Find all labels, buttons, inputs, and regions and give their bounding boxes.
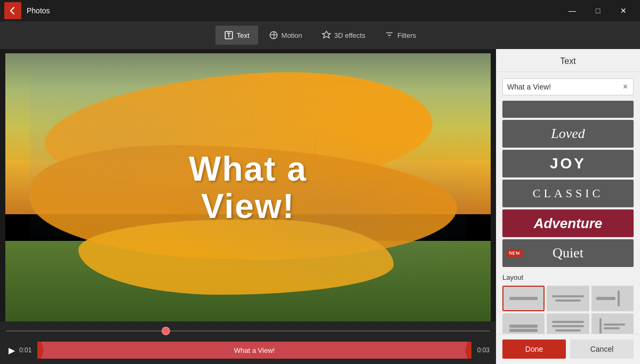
app-title: Photos: [27, 6, 560, 15]
panel-content: × Loved JOY CLASSIC: [496, 72, 640, 334]
layout-bar-3b: [618, 290, 620, 306]
style-classic-label: CLASSIC: [533, 187, 603, 200]
brush-stroke-bot: [78, 220, 394, 295]
style-joy[interactable]: JOY: [502, 150, 634, 177]
filters-tool-button[interactable]: Filters: [376, 26, 425, 45]
layout-lines-5: [552, 321, 584, 331]
layout-line-2a: [552, 295, 584, 297]
scrubber-handle[interactable]: [162, 327, 170, 335]
new-badge: NEW: [507, 249, 523, 257]
style-quiet[interactable]: NEW Quiet: [502, 239, 634, 267]
layout-section: Layout: [502, 273, 634, 334]
style-quiet-label: Quiet: [553, 245, 583, 261]
text-tool-label: Text: [237, 31, 250, 39]
maximize-button[interactable]: □: [586, 2, 610, 19]
effects-icon: [322, 30, 331, 40]
layout-title: Layout: [502, 273, 634, 281]
done-button[interactable]: Done: [502, 339, 566, 359]
text-input-row: ×: [502, 78, 634, 95]
clip-track[interactable]: What a View!: [37, 342, 471, 359]
play-button[interactable]: ▶: [6, 343, 17, 358]
style-list: Loved JOY CLASSIC Adventure NEW Quiet: [502, 101, 634, 267]
video-overlay-text: What a View!: [54, 150, 442, 225]
layout-lines-3: [596, 290, 628, 306]
close-button[interactable]: ✕: [611, 2, 636, 19]
timeline-track: ▶ 0:01 What a View! 0:03: [6, 338, 490, 362]
video-text-line1: What a: [189, 149, 307, 188]
panel-footer: Done Cancel: [496, 334, 640, 364]
clip-label: What a View!: [234, 346, 275, 354]
layout-bar-6b: [604, 323, 625, 329]
video-section: What a View! ▶ 0:01 What a View! 0:03: [0, 49, 496, 364]
style-blank[interactable]: [502, 101, 634, 118]
layout-option-1[interactable]: [502, 286, 545, 311]
effects-tool-label: 3D effects: [334, 31, 365, 39]
panel-title: Text: [496, 49, 640, 72]
motion-icon: [269, 30, 278, 40]
motion-tool-label: Motion: [282, 31, 302, 39]
style-adventure[interactable]: Adventure: [502, 209, 634, 237]
layout-lines-2: [552, 295, 584, 302]
layout-line-5c: [555, 329, 581, 331]
timeline-scrubber[interactable]: [6, 326, 490, 336]
effects-tool-button[interactable]: 3D effects: [313, 26, 374, 45]
main-area: What a View! ▶ 0:01 What a View! 0:03: [0, 49, 640, 364]
motion-tool-button[interactable]: Motion: [260, 26, 311, 45]
layout-group-6: [599, 318, 625, 334]
layout-line-2b: [555, 300, 581, 302]
time-start: 0:01: [19, 346, 35, 354]
cancel-button[interactable]: Cancel: [570, 339, 634, 359]
time-end: 0:03: [474, 346, 490, 354]
layout-bar-1: [509, 297, 538, 300]
layout-line-5a: [552, 321, 584, 323]
back-icon: [9, 6, 17, 15]
video-text-line2: View!: [201, 187, 295, 225]
layout-option-6[interactable]: [591, 313, 634, 334]
layout-option-2[interactable]: [547, 286, 589, 311]
title-bar: Photos — □ ✕: [0, 0, 640, 21]
text-clear-button[interactable]: ×: [622, 82, 629, 92]
layout-bar-3a: [596, 297, 615, 300]
style-loved-label: Loved: [551, 126, 585, 142]
layout-bar-6a: [599, 318, 602, 334]
layout-option-3[interactable]: [591, 286, 634, 311]
timeline-area: ▶ 0:01 What a View! 0:03: [0, 321, 496, 364]
right-panel: Text × Loved JOY: [496, 49, 640, 364]
video-canvas: What a View!: [5, 53, 491, 321]
style-adventure-label: Adventure: [534, 215, 603, 232]
back-button[interactable]: [4, 2, 21, 19]
minimize-button[interactable]: —: [560, 2, 585, 19]
toolbar: Text Motion 3D effects Filters: [0, 21, 640, 49]
scrubber-track: [6, 330, 490, 331]
style-loved[interactable]: Loved: [502, 120, 634, 148]
layout-bar-4: [509, 325, 538, 328]
text-tool-button[interactable]: Text: [215, 26, 258, 45]
style-classic[interactable]: CLASSIC: [502, 180, 634, 207]
filters-tool-label: Filters: [397, 31, 416, 39]
filters-icon: [385, 30, 394, 40]
text-input[interactable]: [507, 83, 622, 91]
window-controls: — □ ✕: [560, 2, 636, 19]
layout-option-4[interactable]: [502, 313, 545, 334]
text-icon: [224, 30, 234, 40]
layout-line-5b: [552, 325, 584, 327]
layout-grid: [502, 286, 634, 334]
style-joy-label: JOY: [550, 155, 586, 172]
layout-option-5[interactable]: [547, 313, 589, 334]
